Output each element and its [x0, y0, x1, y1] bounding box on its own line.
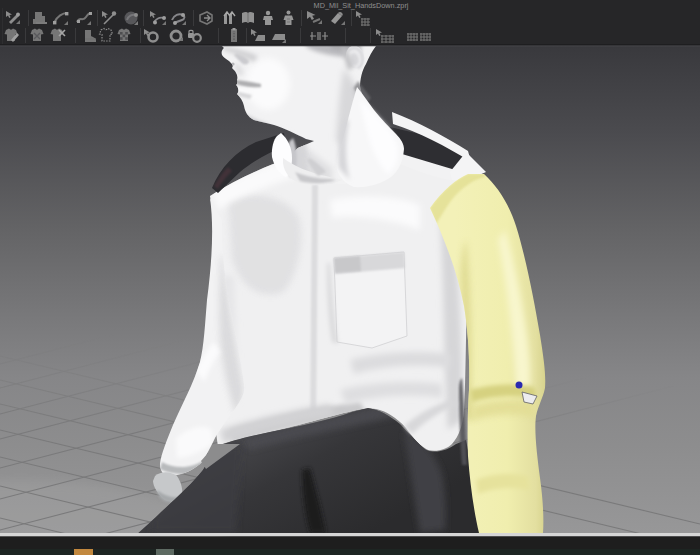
svg-text:MD_Mil_Sit_HandsDown.zprj: MD_Mil_Sit_HandsDown.zprj: [314, 1, 409, 10]
